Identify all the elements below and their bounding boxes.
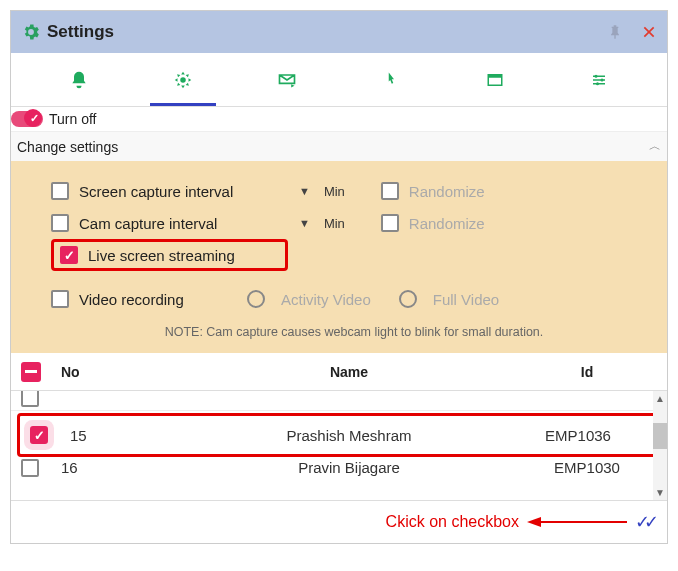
row-name: Pravin Bijagare [181,459,517,476]
note-text: NOTE: Cam capture causes webcam light to… [51,315,657,343]
tab-notifications[interactable] [27,53,131,106]
svg-point-4 [601,78,604,81]
scroll-down-icon[interactable]: ▼ [655,487,665,498]
table-row[interactable] [11,391,667,411]
pin-icon[interactable] [607,24,623,40]
settings-window: Settings ✓ Turn [10,10,668,544]
tab-camera[interactable] [131,53,235,106]
tab-pointer[interactable] [339,53,443,106]
row-no: 15 [70,427,190,444]
toggle-row: ✓ Turn off [11,107,667,131]
close-icon[interactable] [641,24,657,40]
table-row[interactable]: 16 Pravin Bijagare EMP1030 [11,459,667,479]
col-no: No [61,364,181,380]
video-recording-checkbox[interactable] [51,290,69,308]
row-checkbox[interactable] [21,459,39,477]
svg-point-5 [596,82,599,85]
svg-rect-2 [488,74,502,77]
tab-window[interactable] [443,53,547,106]
settings-body: Screen capture interval ▼ Min Randomize … [11,161,667,353]
titlebar: Settings [11,11,667,53]
row-checkbox[interactable] [21,391,39,407]
chevron-up-icon: ︿ [649,138,661,155]
svg-marker-7 [527,517,541,527]
tab-sliders[interactable] [547,53,651,106]
full-video-label: Full Video [433,291,499,308]
table-header: No Name Id [11,353,667,391]
col-id: Id [517,364,657,380]
live-stream-label: Live screen streaming [88,247,235,264]
activity-video-label: Activity Video [281,291,371,308]
row-id: EMP1030 [517,459,657,476]
randomize-cam-checkbox[interactable] [381,214,399,232]
screen-capture-checkbox[interactable] [51,182,69,200]
svg-point-0 [180,77,186,83]
turn-off-label: Turn off [49,111,96,127]
unit-label: Min [324,184,345,199]
section-title: Change settings [17,139,118,155]
dropdown-icon[interactable]: ▼ [299,185,310,197]
footer: Ckick on checkbox ✓✓ [11,501,667,543]
randomize-screen-checkbox[interactable] [381,182,399,200]
row-id: EMP1036 [508,427,648,444]
arrow-annotation [527,512,627,532]
highlight-annotation: ✓ Live screen streaming [51,239,288,271]
randomize-screen-label: Randomize [409,183,485,200]
cam-capture-label: Cam capture interval [79,215,289,232]
randomize-cam-label: Randomize [409,215,485,232]
row-no: 16 [61,459,181,476]
dropdown-icon[interactable]: ▼ [299,217,310,229]
scroll-thumb[interactable] [653,423,667,449]
screen-capture-label: Screen capture interval [79,183,289,200]
annotation-text: Ckick on checkbox [386,513,519,531]
activity-video-radio[interactable] [247,290,265,308]
tab-email[interactable] [235,53,339,106]
tabbar [11,53,667,107]
col-name: Name [181,364,517,380]
employee-table: No Name Id ▲ ▼ ✓ 15 Prashish Meshram EMP… [11,353,667,543]
row-checkbox[interactable]: ✓ [30,426,48,444]
window-title: Settings [47,22,114,42]
scrollbar[interactable]: ▲ ▼ [653,391,667,500]
svg-point-3 [595,74,598,77]
row-name: Prashish Meshram [190,427,508,444]
cam-capture-checkbox[interactable] [51,214,69,232]
confirm-icon[interactable]: ✓✓ [635,511,653,533]
live-stream-checkbox[interactable]: ✓ [60,246,78,264]
section-header[interactable]: Change settings ︿ [11,131,667,161]
gear-icon [21,22,41,42]
select-all-checkbox[interactable] [21,362,41,382]
full-video-radio[interactable] [399,290,417,308]
unit-label: Min [324,216,345,231]
scroll-up-icon[interactable]: ▲ [655,393,665,404]
turn-off-toggle[interactable]: ✓ [11,111,43,127]
video-recording-label: Video recording [79,291,219,308]
table-row[interactable]: ✓ 15 Prashish Meshram EMP1036 [17,413,661,457]
